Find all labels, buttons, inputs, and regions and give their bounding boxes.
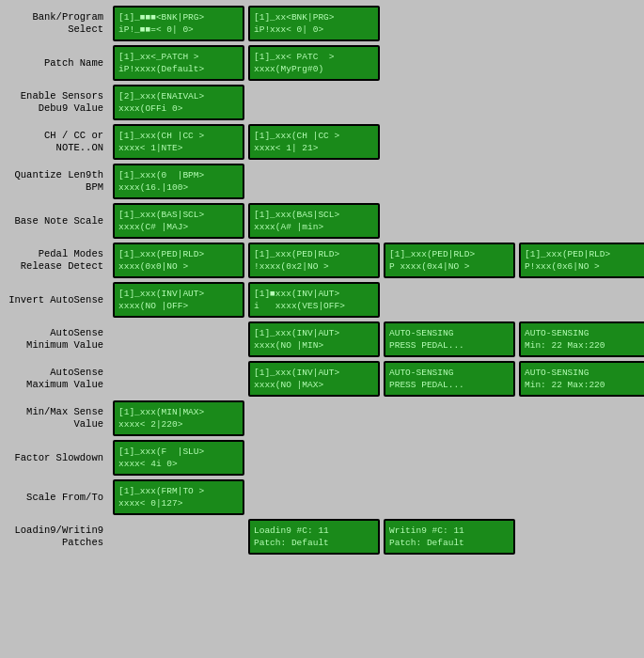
lcd-line2-r8-c1: xxxx(NO |MIN> [254, 339, 374, 352]
lcd-cell-r1-c3[interactable] [519, 45, 644, 81]
lcd-line2-r0-c1: iP!xxx< 0| 0> [254, 24, 374, 36]
lcd-line2-r13-c1: Patch: Default [254, 537, 374, 549]
lcd-line1-r9-c3: AUTO-SENSING [525, 367, 644, 379]
lcd-cell-r11-c1[interactable] [248, 440, 380, 476]
lcd-line2-r4-c0: xxxx(16.|100> [118, 181, 239, 194]
lcd-line2-r9-c3: Min: 22 Max:220 [525, 379, 644, 391]
lcd-cell-r9-c0[interactable] [113, 361, 244, 397]
lcd-cell-r1-c0[interactable]: [1]_xx<_PATCH >iP!xxxx(Default> [113, 45, 244, 81]
lcd-line1-r9-c1: [1]_xxx(INV|AUT> [254, 367, 374, 379]
lcd-line2-r5-c0: xxxx(C# |MAJ> [118, 221, 239, 233]
lcd-cell-r13-c1[interactable]: Loadin9 #C: 11Patch: Default [248, 519, 380, 555]
lcd-line2-r6-c0: xxxx(0x0|NO > [118, 260, 239, 273]
lcd-line2-r10-c0: xxxx< 2|220> [118, 418, 239, 431]
lcd-cell-r13-c3[interactable] [519, 519, 644, 555]
lcd-line2-r13-c2: Patch: Default [389, 537, 510, 549]
lcd-cell-r8-c0[interactable] [113, 321, 244, 357]
lcd-cell-r1-c1[interactable]: [1]_xx< PATC >xxxx(MyPrg#0) [248, 45, 380, 81]
lcd-line1-r4-c0: [1]_xxx(0 |BPM> [118, 169, 239, 181]
lcd-line2-r0-c0: iP!_■■=< 0| 0> [118, 24, 239, 36]
lcd-line2-r3-c0: xxxx< 1|NTE> [118, 142, 239, 154]
lcd-line1-r5-c0: [1]_xxx(BAS|SCL> [118, 209, 239, 221]
lcd-cell-r2-c1[interactable] [248, 85, 380, 120]
lcd-cell-r11-c3[interactable] [519, 440, 644, 476]
lcd-cell-r8-c1[interactable]: [1]_xxx(INV|AUT>xxxx(NO |MIN> [248, 321, 380, 357]
lcd-cell-r9-c1[interactable]: [1]_xxx(INV|AUT>xxxx(NO |MAX> [248, 361, 380, 397]
lcd-cell-r0-c0[interactable]: [1]_■■■<BNK|PRG>iP!_■■=< 0| 0> [113, 6, 244, 41]
lcd-line1-r13-c1: Loadin9 #C: 11 [254, 525, 374, 537]
lcd-cell-r4-c2[interactable] [384, 164, 515, 199]
lcd-cell-r10-c0[interactable]: [1]_xxx(MIN|MAX>xxxx< 2|220> [113, 400, 244, 436]
lcd-cell-r3-c0[interactable]: [1]_xxx(CH |CC >xxxx< 1|NTE> [113, 124, 244, 160]
lcd-cell-r7-c0[interactable]: [1]_xxx(INV|AUT>xxxx(NO |OFF> [113, 282, 244, 318]
lcd-line2-r11-c0: xxxx< 4i 0> [118, 458, 239, 470]
lcd-line2-r3-c1: xxxx< 1| 21> [254, 142, 374, 154]
lcd-cell-r5-c0[interactable]: [1]_xxx(BAS|SCL>xxxx(C# |MAJ> [113, 203, 244, 239]
lcd-line1-r7-c1: [1]■xxx(INV|AUT> [254, 288, 374, 300]
lcd-line1-r9-c2: AUTO-SENSING [389, 367, 510, 379]
lcd-line1-r8-c3: AUTO-SENSING [525, 327, 644, 339]
lcd-cell-r3-c3[interactable] [519, 124, 644, 160]
lcd-line2-r9-c2: PRESS PEDAL... [389, 379, 510, 391]
lcd-cell-r10-c1[interactable] [248, 400, 380, 436]
lcd-cell-r8-c2[interactable]: AUTO-SENSINGPRESS PEDAL... [384, 321, 515, 357]
lcd-line1-r3-c1: [1]_xxx(CH |CC > [254, 130, 374, 142]
lcd-cell-r9-c3[interactable]: AUTO-SENSINGMin: 22 Max:220 [519, 361, 644, 397]
lcd-line2-r1-c1: xxxx(MyPrg#0) [254, 63, 374, 75]
lcd-line2-r8-c3: Min: 22 Max:220 [525, 339, 644, 352]
row-label-0: Bank/Program Select [6, 6, 109, 41]
lcd-cell-r7-c2[interactable] [384, 282, 515, 318]
lcd-cell-r5-c3[interactable] [519, 203, 644, 239]
lcd-cell-r3-c1[interactable]: [1]_xxx(CH |CC >xxxx< 1| 21> [248, 124, 380, 160]
lcd-cell-r4-c1[interactable] [248, 164, 380, 199]
lcd-line1-r13-c2: Writin9 #C: 11 [389, 525, 510, 537]
lcd-cell-r2-c2[interactable] [384, 85, 515, 120]
lcd-line1-r1-c0: [1]_xx<_PATCH > [118, 51, 239, 63]
main-grid: Bank/Program Select[1]_■■■<BNK|PRG>iP!_■… [0, 0, 644, 560]
lcd-cell-r12-c2[interactable] [384, 479, 515, 515]
lcd-cell-r6-c0[interactable]: [1]_xxx(PED|RLD>xxxx(0x0|NO > [113, 243, 244, 278]
lcd-cell-r0-c3[interactable] [519, 6, 644, 41]
lcd-cell-r13-c0[interactable] [113, 519, 244, 555]
lcd-cell-r4-c3[interactable] [519, 164, 644, 199]
row-label-6: Pedal Modes Release Detect [6, 243, 109, 278]
lcd-line1-r6-c0: [1]_xxx(PED|RLD> [118, 248, 239, 260]
lcd-cell-r2-c3[interactable] [519, 85, 644, 120]
lcd-cell-r3-c2[interactable] [384, 124, 515, 160]
lcd-cell-r6-c2[interactable]: [1]_xxx(PED|RLD>P xxxx(0x4|NO > [384, 243, 515, 278]
lcd-cell-r5-c2[interactable] [384, 203, 515, 239]
lcd-cell-r5-c1[interactable]: [1]_xxx(BAS|SCL>xxxx(A# |min> [248, 203, 380, 239]
lcd-cell-r11-c2[interactable] [384, 440, 515, 476]
row-label-3: CH / CC or NOTE..ON [6, 124, 109, 160]
row-label-1: Patch Name [6, 45, 109, 81]
lcd-line2-r1-c0: iP!xxxx(Default> [118, 63, 239, 75]
row-label-7: Invert AutoSense [6, 282, 109, 318]
lcd-cell-r12-c3[interactable] [519, 479, 644, 515]
lcd-cell-r12-c0[interactable]: [1]_xxx(FRM|TO >xxxx< 0|127> [113, 479, 244, 515]
lcd-line2-r6-c1: !xxxx(0x2|NO > [254, 260, 374, 273]
lcd-line2-r2-c0: xxxx(OFFi 0> [118, 102, 239, 115]
lcd-line1-r2-c0: [2]_xxx(ENAIVAL> [118, 90, 239, 102]
lcd-line2-r5-c1: xxxx(A# |min> [254, 221, 374, 233]
lcd-cell-r0-c2[interactable] [384, 6, 515, 41]
lcd-cell-r11-c0[interactable]: [1]_xxx(F |SLU>xxxx< 4i 0> [113, 440, 244, 476]
lcd-line1-r3-c0: [1]_xxx(CH |CC > [118, 130, 239, 142]
lcd-cell-r6-c3[interactable]: [1]_xxx(PED|RLD>P!xxx(0x6|NO > [519, 243, 644, 278]
lcd-line1-r0-c1: [1]_xx<BNK|PRG> [254, 11, 374, 24]
lcd-cell-r12-c1[interactable] [248, 479, 380, 515]
lcd-cell-r1-c2[interactable] [384, 45, 515, 81]
lcd-cell-r7-c3[interactable] [519, 282, 644, 318]
lcd-cell-r9-c2[interactable]: AUTO-SENSINGPRESS PEDAL... [384, 361, 515, 397]
lcd-line1-r6-c1: [1]_xxx(PED|RLD> [254, 248, 374, 260]
lcd-cell-r0-c1[interactable]: [1]_xx<BNK|PRG>iP!xxx< 0| 0> [248, 6, 380, 41]
row-label-13: Loadin9/Writin9 Patches [6, 519, 109, 555]
lcd-cell-r10-c2[interactable] [384, 400, 515, 436]
lcd-cell-r7-c1[interactable]: [1]■xxx(INV|AUT>i xxxx(VES|OFF> [248, 282, 380, 318]
row-label-11: Factor Slowdown [6, 440, 109, 476]
lcd-cell-r2-c0[interactable]: [2]_xxx(ENAIVAL>xxxx(OFFi 0> [113, 85, 244, 120]
lcd-cell-r10-c3[interactable] [519, 400, 644, 436]
lcd-cell-r8-c3[interactable]: AUTO-SENSINGMin: 22 Max:220 [519, 321, 644, 357]
lcd-cell-r13-c2[interactable]: Writin9 #C: 11Patch: Default [384, 519, 515, 555]
lcd-cell-r6-c1[interactable]: [1]_xxx(PED|RLD>!xxxx(0x2|NO > [248, 243, 380, 278]
lcd-cell-r4-c0[interactable]: [1]_xxx(0 |BPM>xxxx(16.|100> [113, 164, 244, 199]
